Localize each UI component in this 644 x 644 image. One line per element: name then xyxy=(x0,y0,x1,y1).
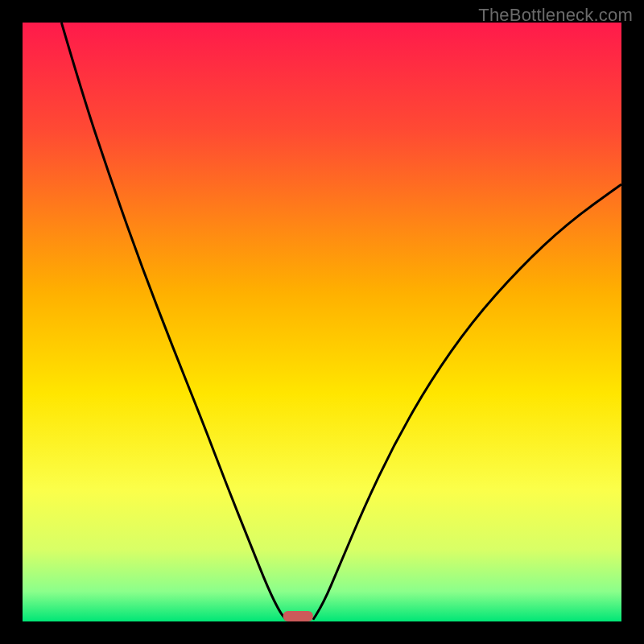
target-marker xyxy=(283,611,313,621)
plot-area xyxy=(23,23,621,621)
chart-svg xyxy=(23,23,621,621)
chart-frame: TheBottleneck.com xyxy=(0,0,644,644)
gradient-background xyxy=(23,23,621,621)
